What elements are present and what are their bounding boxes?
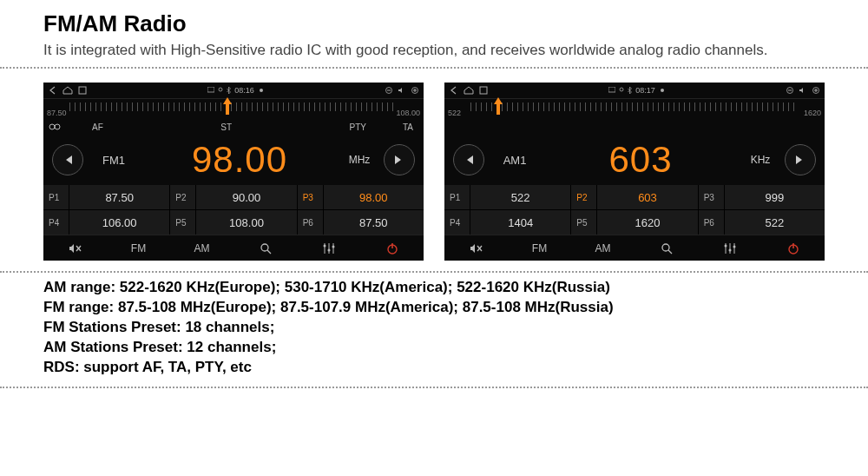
preset-p4[interactable]: P4106.00 [43, 210, 169, 235]
dial-needle[interactable] [493, 97, 503, 115]
preset-value: 87.50 [324, 216, 424, 229]
preset-value: 108.00 [196, 216, 296, 229]
seek-prev-button[interactable] [52, 144, 83, 175]
search-button[interactable] [635, 235, 698, 261]
am-tab[interactable]: AM [170, 235, 233, 261]
status-time: 08:17 [635, 86, 655, 95]
rds-pty[interactable]: PTY [345, 122, 372, 132]
preset-grid: P187.50P290.00P398.00P4106.00P5108.00P68… [43, 185, 424, 235]
preset-number: P3 [699, 185, 725, 209]
back-icon[interactable] [49, 86, 57, 95]
preset-value: 522 [470, 191, 570, 204]
preset-p4[interactable]: P41404 [444, 210, 570, 235]
volume-down-icon[interactable] [786, 87, 793, 94]
preset-p1[interactable]: P187.50 [43, 185, 169, 209]
svg-rect-1 [207, 87, 214, 92]
frequency-display: AM1 603 KHz [444, 135, 825, 185]
mute-button[interactable] [43, 235, 107, 261]
svg-point-7 [55, 124, 60, 129]
seek-prev-button[interactable] [453, 144, 484, 175]
preset-p6[interactable]: P6522 [699, 210, 825, 235]
mute-button[interactable] [444, 235, 508, 261]
band-label[interactable]: AM1 [484, 154, 545, 167]
preset-grid: P1522P2603P3999P41404P51620P6522 [444, 185, 825, 235]
brightness-icon [258, 87, 265, 94]
dial-min: 522 [448, 109, 461, 117]
fm-radio-screenshot: 08:16 87.50 108.00 AF [43, 83, 424, 261]
svg-rect-0 [79, 87, 86, 94]
volume-up-icon[interactable] [411, 87, 418, 94]
tuning-dial[interactable]: 522 1620 [444, 98, 825, 119]
band-label[interactable]: FM1 [83, 154, 144, 167]
rds-row: AF ST PTY TA [43, 119, 424, 135]
seek-next-button[interactable] [384, 144, 415, 175]
preset-p1[interactable]: P1522 [444, 185, 570, 209]
rds-row [444, 119, 825, 135]
preset-value: 106.00 [69, 216, 169, 229]
dial-min: 87.50 [47, 109, 67, 117]
bluetooth-icon [227, 87, 231, 94]
bluetooth-icon [628, 87, 632, 94]
svg-rect-14 [608, 87, 615, 92]
svg-point-9 [323, 244, 326, 247]
power-button[interactable] [360, 235, 424, 261]
dial-max: 1620 [804, 109, 821, 117]
preset-number: P3 [298, 185, 324, 209]
preset-p5[interactable]: P5108.00 [170, 210, 296, 235]
svg-point-8 [261, 244, 268, 251]
preset-value: 999 [725, 191, 825, 204]
volume-icon[interactable] [799, 87, 807, 94]
preset-number: P6 [699, 210, 725, 235]
preset-p2[interactable]: P2603 [571, 185, 697, 209]
preset-value: 1404 [470, 216, 570, 229]
cast-icon [207, 87, 214, 94]
eq-button[interactable] [297, 235, 360, 261]
preset-p3[interactable]: P3999 [699, 185, 825, 209]
gps-icon [619, 87, 624, 94]
preset-p5[interactable]: P51620 [571, 210, 697, 235]
spec-fm-presets: FM Stations Preset: 18 channels; [43, 318, 825, 338]
frequency-value: 603 [545, 139, 736, 181]
preset-value: 522 [725, 216, 825, 229]
fm-tab[interactable]: FM [107, 235, 170, 261]
preset-number: P4 [43, 210, 69, 235]
preset-p6[interactable]: P687.50 [298, 210, 424, 235]
preset-p2[interactable]: P290.00 [170, 185, 296, 209]
frequency-display: FM1 98.00 MHz [43, 135, 424, 185]
back-icon[interactable] [450, 86, 458, 95]
home-icon[interactable] [464, 86, 474, 95]
volume-down-icon[interactable] [385, 87, 392, 94]
preset-number: P5 [571, 210, 597, 235]
svg-point-6 [49, 124, 55, 129]
preset-number: P1 [444, 185, 470, 209]
volume-up-icon[interactable] [812, 87, 819, 94]
preset-value: 1620 [597, 216, 697, 229]
frequency-unit: KHz [736, 154, 785, 166]
preset-value: 98.00 [324, 191, 424, 204]
preset-p3[interactable]: P398.00 [298, 185, 424, 209]
eq-button[interactable] [698, 235, 761, 261]
volume-icon[interactable] [398, 87, 406, 94]
dial-ticks [69, 102, 398, 111]
seek-next-button[interactable] [785, 144, 816, 175]
dial-max: 108.00 [396, 109, 420, 117]
power-button[interactable] [761, 235, 825, 261]
search-button[interactable] [233, 235, 297, 261]
am-tab[interactable]: AM [571, 235, 635, 261]
status-bar: 08:17 [444, 83, 825, 98]
dial-ticks [470, 102, 799, 111]
fm-tab[interactable]: FM [508, 235, 571, 261]
frequency-unit: MHz [335, 154, 384, 166]
status-time: 08:16 [234, 86, 254, 95]
dial-needle[interactable] [222, 97, 233, 115]
svg-point-3 [260, 89, 263, 92]
svg-point-22 [733, 245, 735, 248]
recent-icon[interactable] [479, 86, 488, 95]
spec-fm-range: FM range: 87.5-108 MHz(Europe); 87.5-107… [43, 298, 825, 318]
home-icon[interactable] [62, 86, 73, 95]
recent-icon[interactable] [78, 86, 87, 95]
svg-point-11 [332, 245, 334, 248]
rds-af[interactable]: AF [87, 122, 108, 132]
rds-ta[interactable]: TA [398, 122, 418, 132]
tuning-dial[interactable]: 87.50 108.00 [43, 98, 424, 119]
